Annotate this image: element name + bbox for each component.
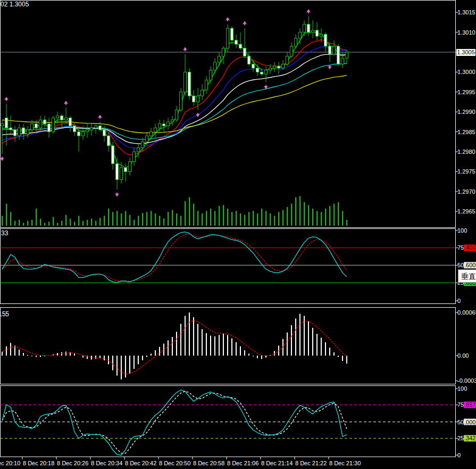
price-axis-label: 1.2970 (457, 188, 475, 195)
time-axis[interactable]: 8 Dec 20:108 Dec 20:188 Dec 20:268 Dec 2… (0, 457, 361, 466)
stochastic-signal-line (2, 391, 347, 453)
candle-body (158, 124, 161, 128)
candle-body (141, 142, 144, 147)
candle-body (316, 30, 319, 36)
indicator-scale-label: 0 (457, 452, 461, 458)
price-axis-label: 1.3000 (457, 69, 475, 75)
pane2-indicator-label: 155 (0, 311, 9, 317)
candle-body (112, 146, 114, 164)
level-label-frac: .0000 (464, 419, 476, 425)
price-axis-label: 1.2965 (457, 208, 475, 215)
time-axis-label: 8 Dec 21:30 (329, 460, 361, 466)
time-axis-label: 8 Dec 20:10 (0, 460, 20, 466)
oscillator1-signal-line (2, 234, 347, 282)
candle-body (116, 163, 119, 179)
candle-body (324, 34, 327, 46)
fractal-up-arrow-icon (64, 101, 69, 105)
candle-body (188, 72, 191, 96)
candle-body (333, 46, 336, 54)
histogram-signal-line (2, 320, 347, 374)
indicator-scale-label: 100 (457, 385, 467, 392)
time-axis-label: 8 Dec 20:34 (91, 460, 122, 466)
candle-body (320, 34, 323, 36)
candle-body (227, 28, 229, 48)
time-axis-label: 8 Dec 21:22 (295, 460, 327, 466)
fractal-arrows (0, 9, 332, 196)
candle-body (286, 56, 289, 64)
chart-window: 1.30151.30101.30001.29951.29901.29851.29… (0, 0, 476, 469)
current-price-tag: 1.3005 (456, 49, 475, 56)
candle-body (52, 118, 55, 131)
pane-stochastic[interactable] (0, 390, 456, 456)
candle-body (82, 132, 85, 136)
candle-body (90, 128, 93, 130)
oscillator1-main-line (2, 232, 347, 283)
candle-body (5, 118, 8, 128)
candle-body (129, 162, 131, 172)
ma-blue (2, 47, 347, 148)
vertical-line-tooltip: 垂直 (458, 269, 476, 283)
indicator-scale-label: 0.00 (457, 352, 469, 359)
fractal-down-arrow-icon (196, 112, 201, 117)
candle-body (184, 72, 187, 92)
candle-body (1, 124, 4, 126)
candle-body (86, 130, 89, 132)
fractal-down-arrow-icon (0, 156, 4, 161)
time-axis-label: 8 Dec 20:42 (125, 460, 156, 466)
candle-body (120, 168, 123, 179)
pane-histogram[interactable] (2, 312, 347, 380)
fractal-up-arrow-icon (243, 21, 247, 26)
time-axis-label: 8 Dec 21:06 (227, 460, 258, 466)
price-axis-label: 1.2985 (457, 129, 475, 135)
time-axis-label: 8 Dec 20:18 (23, 460, 54, 466)
candle-body (14, 130, 16, 136)
candle-body (252, 64, 255, 68)
price-axis-label: 1.3010 (457, 29, 475, 36)
ma-red (2, 40, 347, 155)
time-axis-label: 8 Dec 20:58 (193, 460, 224, 466)
time-axis-label: 8 Dec 20:50 (159, 460, 190, 466)
candle-body (282, 64, 285, 68)
price-axis-label: 1.2975 (457, 168, 475, 175)
candle-body (197, 96, 199, 102)
level-label-frac: .6575 (464, 401, 476, 408)
price-axis-label: 1.2980 (457, 149, 475, 155)
candle-body (256, 68, 259, 72)
candle-body (44, 120, 46, 124)
chart-canvas[interactable]: 1.30151.30101.30001.29951.29901.29851.29… (0, 0, 476, 469)
candle-body (307, 24, 310, 32)
price-axis-label: 1.2990 (457, 109, 475, 115)
candle-body (312, 30, 314, 32)
candle-body (137, 148, 140, 152)
price-axis-label: 1.2995 (457, 89, 475, 95)
main-price-pane[interactable] (0, 9, 456, 226)
candle-body (218, 56, 221, 62)
candle-body (235, 40, 238, 44)
candle-body (222, 48, 225, 56)
candle-body (193, 96, 195, 102)
time-axis-label: 8 Dec 20:26 (57, 460, 88, 466)
pane-border (1, 229, 456, 304)
candle-body (210, 70, 212, 80)
price-axis[interactable]: 1.30151.30101.30001.29951.29901.29851.29… (456, 9, 476, 458)
candles-layer (1, 17, 348, 190)
candle-body (99, 126, 102, 129)
candle-body (154, 128, 157, 131)
candle-body (95, 126, 97, 128)
candle-body (124, 168, 127, 171)
level-label-frac: .3425 (464, 435, 476, 441)
tooltip-text: 垂直 (461, 272, 476, 281)
stochastic-main-line (2, 390, 347, 456)
candle-body (214, 62, 216, 70)
candle-body (295, 38, 297, 46)
level-label-int: 75 (457, 401, 464, 408)
indicator-scale-label: -0.00038 (457, 377, 476, 384)
fractal-up-arrow-icon (98, 114, 103, 119)
candle-body (61, 116, 63, 120)
level-label-frac: .6000 (464, 262, 476, 268)
pane-oscillator-1[interactable] (0, 232, 456, 283)
candle-body (27, 130, 29, 134)
candle-body (39, 120, 42, 128)
candle-body (248, 56, 250, 64)
level-label-int: 75 (457, 244, 464, 251)
